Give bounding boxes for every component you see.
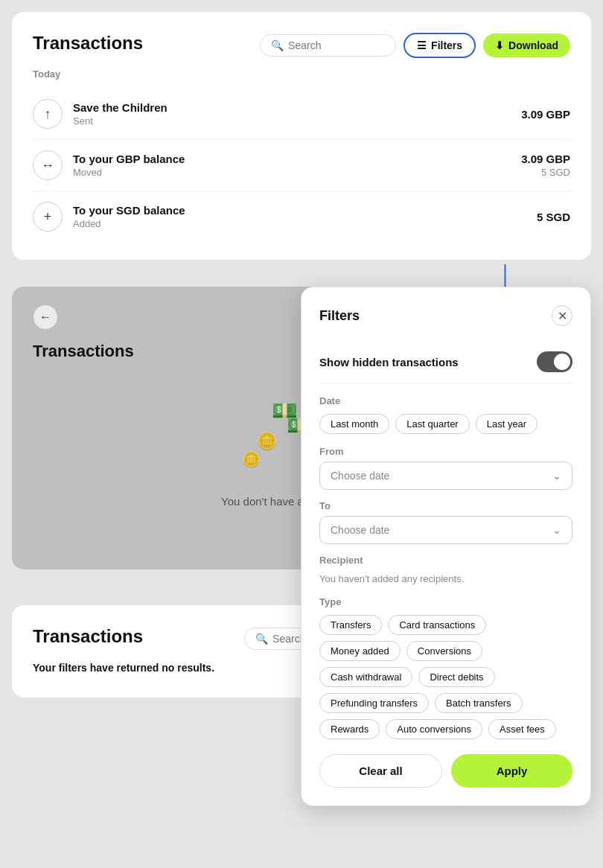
tx-amount-main: 5 SGD [537, 211, 570, 223]
to-date-value: Choose date [331, 524, 389, 536]
tx-amount: 5 SGD [537, 211, 570, 223]
tx-info: To your GBP balance Moved [73, 153, 521, 178]
search-icon: 🔍 [255, 633, 268, 645]
chip-direct-debits[interactable]: Direct debits [418, 667, 494, 687]
chip-rewards[interactable]: Rewards [319, 719, 380, 739]
apply-button[interactable]: Apply [451, 754, 572, 788]
tx-sub: Sent [73, 115, 521, 127]
table-row: + To your SGD balance Added 5 SGD [33, 191, 570, 242]
tx-name: To your SGD balance [73, 204, 537, 217]
recipient-empty-text: You haven't added any recipients. [319, 573, 572, 584]
chip-asset-fees[interactable]: Asset fees [488, 719, 556, 739]
table-row: ↔ To your GBP balance Moved 3.09 GBP 5 S… [33, 140, 570, 191]
tx-amount: 3.09 GBP [521, 108, 570, 121]
tx-info: To your SGD balance Added [73, 204, 537, 229]
download-label: Download [508, 39, 558, 51]
recipient-section-label: Recipient [319, 555, 572, 566]
tx-name: To your GBP balance [73, 153, 521, 165]
search-icon: 🔍 [271, 39, 284, 51]
to-date-dropdown[interactable]: Choose date ⌄ [319, 516, 572, 544]
type-section-label: Type [319, 596, 572, 607]
filters-icon: ☰ [417, 39, 427, 51]
chip-money-added[interactable]: Money added [319, 641, 401, 661]
tx-amount-main: 3.09 GBP [521, 153, 570, 165]
clear-all-button[interactable]: Clear all [319, 754, 442, 788]
chip-card-transactions[interactable]: Card transactions [388, 615, 486, 635]
today-label: Today [33, 68, 570, 80]
chevron-down-icon-from: ⌄ [552, 470, 561, 482]
show-hidden-row: Show hidden transactions [319, 341, 572, 383]
chevron-down-icon-to: ⌄ [552, 524, 561, 536]
from-date-dropdown[interactable]: Choose date ⌄ [319, 462, 572, 490]
tx-sub: Added [73, 218, 537, 229]
modal-close-button[interactable]: ✕ [552, 305, 572, 326]
tx-icon-added: + [33, 202, 63, 232]
tx-icon-sent: ↑ [33, 99, 63, 129]
search-input[interactable] [288, 39, 385, 51]
type-chips: Transfers Card transactions Money added … [319, 615, 572, 739]
filters-button[interactable]: ☰ Filters [403, 33, 476, 58]
to-label: To [319, 500, 572, 511]
download-button[interactable]: ⬇ Download [483, 33, 570, 57]
tx-name: Save the Children [73, 101, 521, 114]
modal-header: Filters ✕ [319, 305, 572, 326]
chip-batch-transfers[interactable]: Batch transfers [435, 693, 522, 713]
chip-auto-conversions[interactable]: Auto conversions [386, 719, 482, 739]
panel-middle-wrap: ← Transactions 🔍 💵 💵 🪙 🪙 🪙 🪙 You don't h… [12, 287, 591, 569]
chip-last-quarter[interactable]: Last quarter [395, 414, 469, 434]
toggle-knob [554, 354, 570, 370]
blurred-title: Transactions [33, 342, 134, 361]
show-hidden-toggle[interactable] [537, 351, 572, 372]
tx-amount-sub: 5 SGD [521, 167, 570, 178]
date-section-label: Date [319, 395, 572, 406]
modal-footer: Clear all Apply [319, 754, 572, 788]
coin-emoji-1: 🪙 [257, 432, 277, 451]
filter-modal: Filters ✕ Show hidden transactions Date … [301, 287, 591, 806]
chip-conversions[interactable]: Conversions [406, 641, 482, 661]
toolbar: 🔍 ☰ Filters ⬇ Download [260, 33, 570, 58]
tx-amount: 3.09 GBP 5 SGD [521, 153, 570, 178]
filters-label: Filters [431, 39, 462, 51]
search-box[interactable]: 🔍 [260, 34, 396, 57]
from-date-value: Choose date [331, 470, 389, 482]
chip-transfers[interactable]: Transfers [319, 615, 382, 635]
arrow-line-1 [504, 264, 506, 287]
chip-prefunding-transfers[interactable]: Prefunding transfers [319, 693, 429, 713]
chip-cash-withdrawal[interactable]: Cash withdrawal [319, 667, 412, 687]
back-button[interactable]: ← [33, 304, 58, 330]
tx-amount-main: 3.09 GBP [521, 108, 570, 121]
from-label: From [319, 446, 572, 457]
coin-emoji-4: 🪙 [242, 450, 261, 468]
panel-transactions-top: Transactions 🔍 ☰ Filters ⬇ Download Toda… [12, 12, 591, 260]
tx-sub: Moved [73, 167, 521, 178]
transaction-list: ↑ Save the Children Sent 3.09 GBP ↔ To y… [33, 89, 570, 242]
modal-title: Filters [319, 308, 360, 324]
tx-icon-moved: ↔ [33, 150, 63, 180]
table-row: ↑ Save the Children Sent 3.09 GBP [33, 89, 570, 140]
chip-last-month[interactable]: Last month [319, 414, 389, 434]
date-chips: Last month Last quarter Last year [319, 414, 572, 434]
connector-arrow-1 [0, 264, 603, 287]
tx-info: Save the Children Sent [73, 101, 521, 127]
show-hidden-label: Show hidden transactions [319, 356, 459, 368]
download-icon: ⬇ [495, 39, 504, 51]
chip-last-year[interactable]: Last year [476, 414, 537, 434]
